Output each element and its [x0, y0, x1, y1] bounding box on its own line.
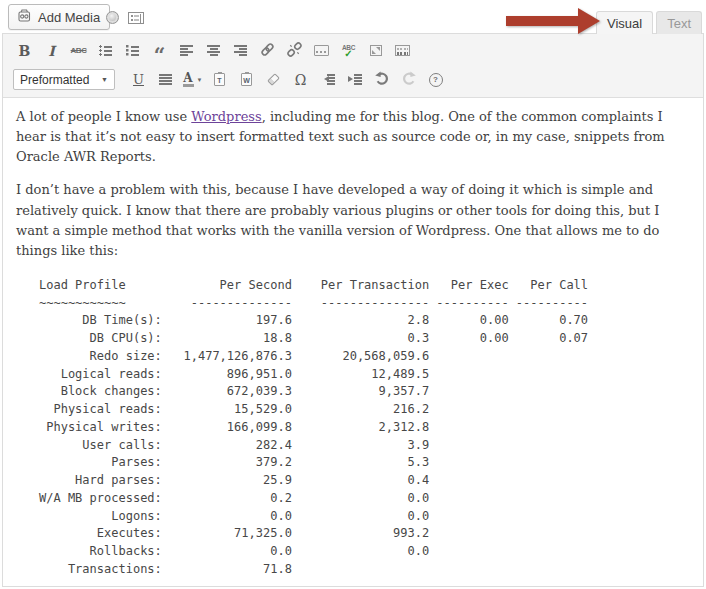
strikethrough-icon: ABC [71, 46, 87, 55]
redo-button[interactable] [396, 69, 421, 91]
toolbar-row-2: Preformatted ▼ U A ▼ T [7, 65, 699, 94]
blockquote-icon: “ [154, 43, 166, 58]
text-color-bar [183, 84, 194, 87]
paragraph-2: I don’t have a problem with this, becaus… [16, 180, 693, 261]
format-dropdown-value: Preformatted [20, 73, 89, 87]
link-icon [259, 42, 276, 60]
plugin-media-buttons [106, 11, 144, 24]
add-poll-icon[interactable] [106, 11, 119, 24]
insert-link-button[interactable] [255, 40, 280, 62]
editor-mode-tabs: Visual Text [593, 11, 702, 34]
spellcheck-button[interactable]: ABC ✓ [336, 40, 361, 62]
fullscreen-button[interactable] [363, 40, 388, 62]
kitchen-sink-icon [395, 45, 410, 56]
justify-button[interactable] [153, 69, 178, 91]
align-right-button[interactable] [228, 40, 253, 62]
awr-load-profile-block: Load Profile Per Second Per Transaction … [39, 277, 693, 579]
numbered-list-button[interactable] [120, 40, 145, 62]
paste-word-letter: W [243, 76, 250, 85]
unlink-icon [286, 42, 303, 60]
chevron-down-icon: ▼ [197, 77, 203, 83]
paragraph-1: A lot of people I know use Wordpress, in… [16, 107, 693, 167]
tinymce-editor: B I ABC “ [2, 33, 704, 587]
add-media-button[interactable]: Add Media [8, 4, 110, 30]
p1-text-before: A lot of people I know use [16, 109, 191, 124]
more-tag-button[interactable] [309, 40, 334, 62]
outdent-icon [321, 74, 335, 85]
italic-icon: I [48, 43, 55, 59]
camera-media-icon [18, 9, 33, 25]
bullet-list-button[interactable] [93, 40, 118, 62]
align-center-button[interactable] [201, 40, 226, 62]
bold-icon: B [19, 43, 31, 59]
align-center-icon [207, 45, 220, 56]
numbered-list-icon [126, 45, 139, 56]
wordpress-link[interactable]: Wordpress [191, 109, 261, 124]
redo-icon [401, 71, 417, 88]
omega-icon: Ω [295, 72, 307, 88]
chevron-down-icon: ▼ [101, 76, 108, 83]
justify-icon [159, 74, 172, 85]
tab-text[interactable]: Text [656, 11, 702, 34]
remove-formatting-button[interactable] [261, 69, 286, 91]
italic-button[interactable]: I [39, 40, 64, 62]
bullet-list-icon [99, 45, 112, 56]
align-left-button[interactable] [174, 40, 199, 62]
underline-button[interactable]: U [126, 69, 151, 91]
format-dropdown[interactable]: Preformatted ▼ [13, 69, 115, 90]
strikethrough-button[interactable]: ABC [66, 40, 91, 62]
underline-icon: U [133, 72, 144, 87]
paste-as-text-button[interactable]: T [207, 69, 232, 91]
add-contact-form-icon[interactable] [128, 12, 144, 24]
tab-visual[interactable]: Visual [596, 11, 653, 34]
kitchen-sink-button[interactable] [390, 40, 415, 62]
wordpress-editor-screen: Add Media Visual Text B I ABC “ [0, 0, 706, 589]
special-character-button[interactable]: Ω [288, 69, 313, 91]
text-color-icon: A [183, 73, 194, 87]
outdent-button[interactable] [315, 69, 340, 91]
editor-toolbar: B I ABC “ [3, 34, 703, 98]
undo-icon [374, 71, 390, 88]
editor-content-area[interactable]: A lot of people I know use Wordpress, in… [3, 98, 703, 587]
spellcheck-checkmark: ✓ [344, 50, 352, 57]
fullscreen-icon [370, 45, 382, 56]
spellcheck-icon: ABC ✓ [342, 44, 355, 57]
help-icon: ? [429, 73, 443, 87]
unlink-button[interactable] [282, 40, 307, 62]
blockquote-button[interactable]: “ [147, 40, 172, 62]
eraser-icon [267, 73, 280, 86]
add-media-label: Add Media [38, 10, 100, 25]
editor-top-bar: Add Media Visual Text [0, 0, 706, 33]
more-tag-icon [314, 45, 329, 56]
arrow-head [578, 8, 600, 34]
paste-text-letter: T [217, 76, 221, 85]
paste-from-word-icon: W [241, 73, 252, 86]
undo-button[interactable] [369, 69, 394, 91]
paste-from-word-button[interactable]: W [234, 69, 259, 91]
text-color-button[interactable]: A ▼ [180, 69, 205, 91]
red-arrow-annotation [506, 16, 578, 26]
toolbar-row-1: B I ABC “ [7, 36, 699, 65]
help-button[interactable]: ? [423, 69, 448, 91]
indent-icon [348, 74, 362, 85]
align-left-icon [180, 45, 193, 56]
paste-as-text-icon: T [214, 73, 225, 86]
indent-button[interactable] [342, 69, 367, 91]
align-right-icon [234, 45, 247, 56]
bold-button[interactable]: B [12, 40, 37, 62]
text-color-letter: A [183, 73, 192, 83]
